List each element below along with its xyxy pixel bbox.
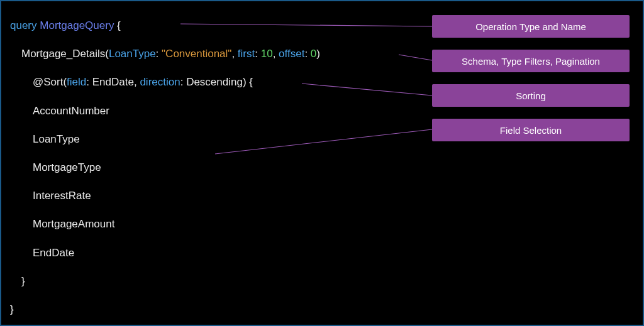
param-loantype-value: "Conventional" [162,48,231,60]
line-sort: @Sort(field: EndDate, direction: Descend… [10,73,320,90]
param-offset-value: 0 [311,48,316,60]
param-first-value: 10 [261,48,273,60]
code-block: query MortgageQuery { Mortgage_Details(L… [10,17,320,326]
schema-name: Mortgage_Details [21,48,105,60]
line-operation: query MortgageQuery { [10,17,320,34]
param-first-name: first [238,48,255,60]
close-brace-outer: } [10,301,320,318]
annotation-panel: Operation Type and Name Schema, Type Fil… [432,15,630,153]
field-mortgageamount: MortgageAmount [10,215,320,232]
field-enddate: EndDate [10,244,320,261]
annotation-field-selection: Field Selection [432,119,630,141]
field-accountnumber: AccountNumber [10,102,320,119]
field-interestrate: InterestRate [10,187,320,204]
param-offset-name: offset [279,48,304,60]
sort-field-name: field [67,76,86,88]
keyword-query: query [10,19,37,31]
open-brace: { [247,76,253,88]
annotation-sorting: Sorting [432,84,630,107]
sort-direction-name: direction [140,76,180,88]
field-loantype: LoanType [10,131,320,148]
open-brace: { [114,19,120,31]
annotation-operation: Operation Type and Name [432,15,630,38]
close-brace-inner: } [10,273,320,290]
operation-name: MortgageQuery [40,19,114,31]
annotation-schema: Schema, Type Filters, Pagination [432,50,630,72]
sort-directive: @Sort [33,76,63,88]
param-loantype-name: LoanType [109,48,156,60]
sort-field-value: EndDate [92,76,134,88]
svg-line-2 [302,84,432,95]
svg-line-1 [399,55,432,60]
line-schema: Mortgage_Details(LoanType: "Conventional… [10,45,320,62]
sort-direction-value: Descending [186,76,243,88]
paren-close: ) [316,48,320,60]
field-mortgagetype: MortgageType [10,159,320,176]
